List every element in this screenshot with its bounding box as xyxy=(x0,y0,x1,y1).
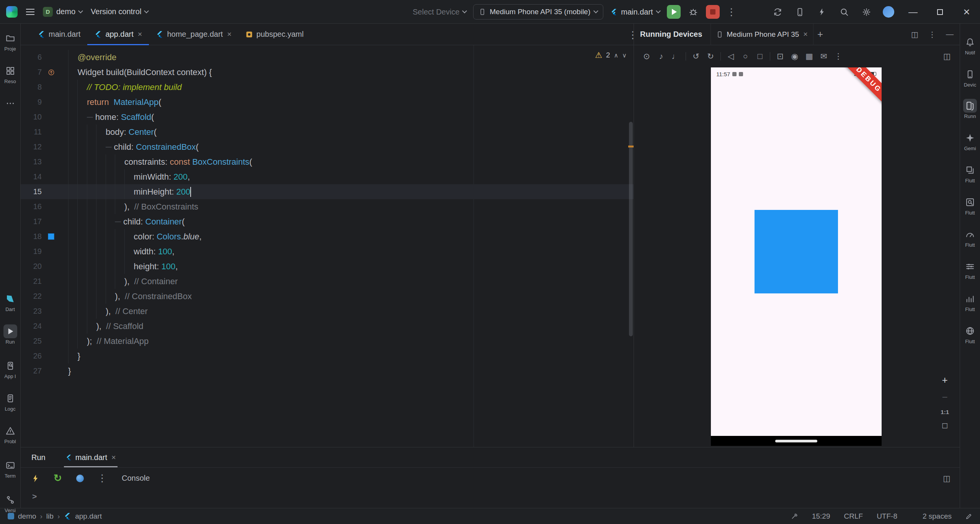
code-text[interactable]: ), // Scaffold xyxy=(68,319,634,334)
sync-project-button[interactable] xyxy=(766,0,789,24)
override-gutter-icon[interactable] xyxy=(48,69,55,76)
code-line[interactable]: 11body: Center( xyxy=(21,124,634,139)
line-number[interactable]: 7 xyxy=(21,65,42,80)
gutter[interactable] xyxy=(42,334,68,349)
code-line[interactable]: 21), // Container xyxy=(21,274,634,289)
line-number[interactable]: 6 xyxy=(21,50,42,65)
run-console[interactable]: > xyxy=(21,489,960,508)
line-number[interactable]: 20 xyxy=(21,259,42,274)
code-text[interactable]: // TODO: implement build xyxy=(68,80,634,95)
code-line[interactable]: 20height: 100, xyxy=(21,259,634,274)
gutter[interactable] xyxy=(42,65,68,80)
device-back-button[interactable]: ◁ xyxy=(724,49,738,64)
devtools-button[interactable] xyxy=(74,473,86,484)
run-button[interactable] xyxy=(667,5,681,19)
code-line[interactable]: 7Widget build(BuildContext context) { xyxy=(21,65,634,80)
code-line[interactable]: 13constraints: const BoxConstraints( xyxy=(21,154,634,169)
add-device-button[interactable]: + xyxy=(817,28,823,40)
gutter[interactable] xyxy=(42,229,68,244)
code-text[interactable]: return MaterialApp( xyxy=(68,95,634,110)
maximize-button[interactable] xyxy=(926,0,953,24)
line-number[interactable]: 9 xyxy=(21,95,42,110)
tool-window-button-dart[interactable]: Dart xyxy=(0,292,20,312)
code-text[interactable]: width: 100, xyxy=(68,244,634,259)
device-manager-button[interactable] xyxy=(789,0,811,24)
scrollbar-warning-marker[interactable] xyxy=(628,146,634,147)
tool-window-button-more-h[interactable] xyxy=(0,97,20,110)
layout-settings-icon[interactable]: ◫ xyxy=(943,474,951,483)
gutter[interactable] xyxy=(42,289,68,304)
gutter[interactable] xyxy=(42,349,68,364)
tool-window-button-logc[interactable]: Logc xyxy=(0,391,20,412)
device-overview-button[interactable]: □ xyxy=(753,49,767,64)
line-number[interactable]: 15 xyxy=(21,184,42,199)
close-icon[interactable]: × xyxy=(803,30,808,39)
code-text[interactable]: ─ child: ConstrainedBox( xyxy=(68,139,634,154)
code-line[interactable]: 19width: 100, xyxy=(21,244,634,259)
code-line[interactable]: 16), // BoxConstraints xyxy=(21,199,634,214)
more-options-button[interactable]: ⋮ xyxy=(96,473,108,484)
gutter[interactable] xyxy=(42,199,68,214)
tool-window-button-notif[interactable]: Notif xyxy=(960,35,980,56)
tool-window-button-flutt[interactable]: Flutt xyxy=(960,292,980,312)
device-screenshot-button[interactable]: ⊡ xyxy=(773,49,787,64)
hot-restart-button[interactable]: ↻ xyxy=(52,473,64,484)
tool-icon[interactable] xyxy=(791,513,798,520)
user-avatar[interactable] xyxy=(877,0,900,24)
gutter[interactable] xyxy=(42,95,68,110)
gutter[interactable] xyxy=(42,169,68,184)
tool-window-button-run[interactable]: Run xyxy=(0,324,20,345)
device-nav-bar[interactable] xyxy=(711,436,882,446)
editor-tab-app.dart[interactable]: app.dart× xyxy=(87,24,149,45)
code-line[interactable]: 6@override xyxy=(21,50,634,65)
gutter[interactable] xyxy=(42,50,68,65)
warning-count[interactable]: 2 xyxy=(606,51,610,59)
write-access-icon[interactable] xyxy=(965,513,972,520)
inspections-widget[interactable]: ⚠ 2 ∧ ∨ xyxy=(595,51,627,60)
hide-panel-icon[interactable]: — xyxy=(946,30,954,39)
tool-window-button-flutt[interactable]: Flutt xyxy=(960,195,980,216)
code-text[interactable]: } xyxy=(68,349,634,364)
gutter[interactable] xyxy=(42,110,68,124)
zoom-out-button[interactable]: − xyxy=(942,391,948,403)
zoom-fit-button[interactable]: ◻ xyxy=(942,421,948,430)
close-icon[interactable]: × xyxy=(111,453,116,462)
code-line[interactable]: 18color: Colors.blue, xyxy=(21,229,634,244)
gutter[interactable] xyxy=(42,259,68,274)
line-number[interactable]: 11 xyxy=(21,124,42,139)
tool-window-button-devic[interactable]: Devic xyxy=(960,67,980,88)
console-toggle[interactable]: Console xyxy=(122,474,150,483)
line-number[interactable]: 23 xyxy=(21,304,42,319)
code-text[interactable]: ─ child: Container( xyxy=(68,214,634,229)
console-prompt[interactable]: > xyxy=(32,492,37,501)
line-number[interactable]: 14 xyxy=(21,169,42,184)
code-line[interactable]: 14minWidth: 200, xyxy=(21,169,634,184)
device-volume-down-button[interactable]: ♩ xyxy=(668,49,683,64)
code-line[interactable]: 22), // ConstrainedBox xyxy=(21,289,634,304)
device-screen-record-button[interactable]: ◉ xyxy=(787,49,802,64)
breadcrumb-item[interactable]: lib xyxy=(46,512,54,521)
breadcrumb-item[interactable]: demo xyxy=(18,512,36,521)
next-issue-button[interactable]: ∨ xyxy=(622,52,627,59)
code-line[interactable]: 12─ child: ConstrainedBox( xyxy=(21,139,634,154)
zoom-reset-button[interactable]: 1:1 xyxy=(941,409,949,415)
device-home-button[interactable]: ○ xyxy=(738,49,753,64)
line-number[interactable]: 13 xyxy=(21,154,42,169)
tool-window-button-flutt[interactable]: Flutt xyxy=(960,163,980,183)
line-number[interactable]: 17 xyxy=(21,214,42,229)
run-configuration-dropdown[interactable]: main.dart xyxy=(610,8,660,16)
code-text[interactable]: ), // ConstrainedBox xyxy=(68,289,634,304)
tool-window-button-flutt[interactable]: Flutt xyxy=(960,324,980,344)
line-number[interactable]: 21 xyxy=(21,274,42,289)
line-number[interactable]: 12 xyxy=(21,139,42,154)
code-text[interactable]: @override xyxy=(68,50,634,65)
editor-tab-main.dart[interactable]: main.dart xyxy=(31,24,87,45)
zoom-in-button[interactable]: + xyxy=(942,374,948,386)
code-line[interactable]: 17─ child: Container( xyxy=(21,214,634,229)
line-number[interactable]: 16 xyxy=(21,199,42,214)
editor-tab-pubspec.yaml[interactable]: pubspec.yaml xyxy=(238,24,310,45)
device-power-button[interactable]: ⊙ xyxy=(639,49,654,64)
code-line[interactable]: 9return MaterialApp( xyxy=(21,95,634,110)
select-device-dropdown[interactable]: Select Device xyxy=(413,8,466,16)
device-rotate-right-button[interactable]: ↻ xyxy=(703,49,718,64)
